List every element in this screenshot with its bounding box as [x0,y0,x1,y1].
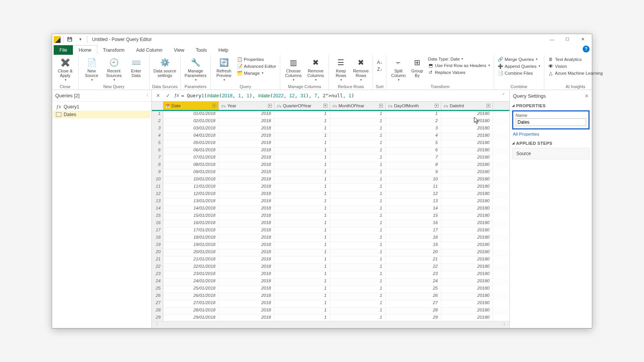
cell[interactable]: 2018 [219,111,274,118]
row-number[interactable]: 7 [152,155,163,162]
cell[interactable]: 25 [386,286,441,293]
tab-add-column[interactable]: Add Column [130,45,168,55]
column-header-year[interactable]: 1²₃Year▾ [219,102,274,110]
cell[interactable]: 1 [274,191,330,198]
row-number[interactable]: 29 [152,315,163,321]
scroll-left-icon[interactable]: 〈 [154,322,158,327]
column-filter-icon[interactable]: ▾ [268,104,272,108]
cell[interactable]: 1 [274,293,330,300]
cell[interactable]: 9 [386,169,441,177]
table-row[interactable]: 1818/01/20182018111820180 [152,235,509,242]
cell[interactable]: 1 [330,235,386,242]
tab-transform[interactable]: Transform [97,45,131,55]
cell[interactable]: 20180 [441,271,493,278]
table-row[interactable]: 1313/01/20182018111320180 [152,198,509,206]
cell[interactable]: 2018 [219,293,274,300]
cell[interactable]: 11 [386,184,441,191]
cell[interactable]: 2018 [219,126,274,133]
enter-data-button[interactable]: ⌨️EnterData [125,56,147,82]
row-number[interactable]: 5 [152,140,163,147]
cell[interactable]: 2018 [219,300,274,308]
vision-button[interactable]: 👁️Vision [547,63,605,69]
cell[interactable]: 05/01/2018 [163,140,219,147]
cell[interactable]: 1 [274,126,330,133]
cell[interactable]: 1 [330,155,386,162]
row-number[interactable]: 1 [152,111,163,118]
row-number[interactable]: 15 [152,213,163,220]
cell[interactable]: 2 [386,118,441,126]
commit-formula-button[interactable]: ✓ [164,92,172,99]
table-row[interactable]: 1212/01/20182018111220180 [152,191,509,198]
cell[interactable]: 18/01/2018 [163,235,219,242]
row-number[interactable]: 11 [152,184,163,191]
qat-dropdown[interactable]: ▾ [76,36,85,43]
cell[interactable]: 20180 [441,191,493,198]
table-row[interactable]: 2424/01/20182018112420180 [152,278,509,286]
cell[interactable]: 1 [330,271,386,278]
cell[interactable]: 2018 [219,220,274,228]
row-number[interactable]: 21 [152,257,163,264]
cell[interactable]: 20180 [441,162,493,169]
cell[interactable]: 02/01/2018 [163,118,219,126]
formula-input[interactable]: = Query1(#date(2018, 1, 1), #date(2022, … [181,93,497,98]
applied-steps-section[interactable]: ◢APPLIED STEPS [512,141,590,146]
cell[interactable]: 23/01/2018 [163,271,219,278]
cell[interactable]: 20180 [441,118,493,126]
row-number[interactable]: 22 [152,264,163,271]
cell[interactable]: 20180 [441,140,493,147]
cell[interactable]: 20180 [441,111,493,118]
properties-button[interactable]: 📋Properties [235,56,278,62]
advanced-editor-button[interactable]: 📝Advanced Editor [235,63,278,69]
cell[interactable]: 20180 [441,184,493,191]
cell[interactable]: 12 [386,191,441,198]
cell[interactable]: 1 [330,220,386,228]
cell[interactable]: 2018 [219,206,274,213]
append-queries-button[interactable]: ➕Append Queries ▾ [496,63,542,69]
cell[interactable]: 1 [386,111,441,118]
table-row[interactable]: 2727/01/20182018112720180 [152,300,509,308]
remove-columns-button[interactable]: ✖RemoveColumns▾ [305,56,326,82]
cell[interactable]: 1 [330,286,386,293]
cell[interactable]: 20180 [441,293,493,300]
row-number[interactable]: 20 [152,249,163,257]
cell[interactable]: 6 [386,147,441,155]
new-source-button[interactable]: 📄NewSource▾ [81,56,102,82]
cell[interactable]: 1 [330,249,386,257]
row-number[interactable]: 28 [152,308,163,315]
table-row[interactable]: 1010/01/20182018111020180 [152,177,509,184]
cell[interactable]: 04/01/2018 [163,133,219,140]
cell[interactable]: 10 [386,177,441,184]
cell[interactable]: 29 [386,315,441,321]
cell[interactable]: 1 [330,191,386,198]
table-row[interactable]: 202/01/2018201811220180 [152,118,509,126]
cell[interactable]: 7 [386,155,441,162]
row-number[interactable]: 27 [152,300,163,308]
cell[interactable]: 20180 [441,169,493,177]
cell[interactable]: 1 [274,118,330,126]
cell[interactable]: 2018 [219,213,274,220]
fx-icon[interactable]: ƒx [174,93,179,98]
manage-button[interactable]: 🗂️Manage ▾ [235,70,278,76]
column-filter-icon[interactable]: ▾ [324,104,327,108]
azure-ml-button[interactable]: △Azure Machine Learning [547,70,605,76]
cell[interactable]: 17/01/2018 [163,228,219,235]
cell[interactable]: 1 [330,278,386,286]
cell[interactable]: 1 [330,184,386,191]
cell[interactable]: 1 [274,177,330,184]
cell[interactable]: 03/01/2018 [163,126,219,133]
table-row[interactable]: 2323/01/20182018112320180 [152,271,509,278]
cell[interactable]: 2018 [219,191,274,198]
cell[interactable]: 2018 [219,155,274,162]
table-row[interactable]: 1111/01/20182018111120180 [152,184,509,191]
cell[interactable]: 29/01/2018 [163,315,219,321]
cell[interactable]: 5 [386,140,441,147]
cell[interactable]: 1 [330,118,386,126]
cell[interactable]: 13 [386,198,441,206]
cell[interactable]: 2018 [219,169,274,177]
query-name-input[interactable] [516,118,586,126]
cell[interactable]: 10/01/2018 [163,177,219,184]
table-row[interactable]: 1616/01/20182018111620180 [152,220,509,228]
column-header-quarterofyear[interactable]: 1²₃QuarterOfYear▾ [274,102,330,110]
cell[interactable]: 2018 [219,162,274,169]
table-row[interactable]: 606/01/2018201811620180 [152,147,509,155]
